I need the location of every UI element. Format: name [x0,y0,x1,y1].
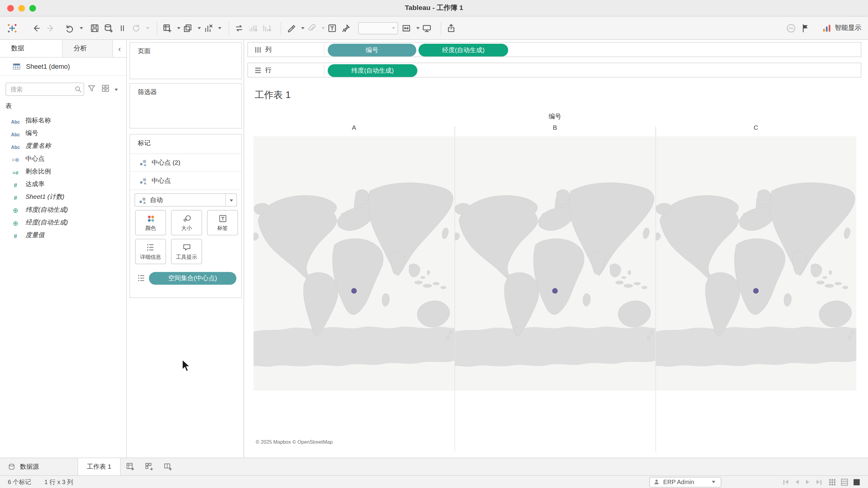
field-item[interactable]: 中心点 [0,152,126,165]
user-menu[interactable]: ERP Admin [649,477,721,487]
pages-shelf[interactable]: 页面 [130,42,242,79]
world-map[interactable] [455,136,655,391]
field-item[interactable]: 度量值 [0,229,126,241]
view-options-caret[interactable] [115,89,118,93]
user-icon [653,479,660,485]
grid-view-icon[interactable] [829,478,836,486]
highlight-icon[interactable] [286,20,296,36]
mark-type-icon [138,196,147,204]
step-back-icon[interactable] [795,480,799,484]
pill-field[interactable]: 编号 [328,44,416,56]
color-button[interactable]: 颜色 [135,210,166,235]
datasource-icon [12,62,21,71]
field-item[interactable]: 达成率 [0,178,126,191]
sheet-tab-active[interactable]: 工作表 1 [78,458,121,475]
collapse-pane-icon[interactable] [113,40,126,57]
new-dashboard-tab-button[interactable] [140,458,158,475]
swap-rows-columns-icon[interactable] [234,20,244,36]
share-icon[interactable] [446,20,456,36]
flag-icon[interactable] [801,20,810,36]
new-worksheet-icon[interactable] [162,20,172,36]
marks-layer-row[interactable]: 中心点 [130,172,241,190]
pause-updates-icon[interactable] [117,20,127,36]
fit-width-icon[interactable] [401,20,411,36]
text-label-icon[interactable] [327,20,337,36]
view-options-icon[interactable] [101,84,110,93]
rows-shelf[interactable]: 行 纬度(自动生成) [247,63,861,78]
show-me-button[interactable]: 智能显示 [822,23,861,33]
map-panel[interactable] [253,136,455,391]
mark-type-dropdown[interactable]: 自动 [134,193,237,207]
tooltip-button[interactable]: 工具提示 [171,239,202,264]
field-item[interactable]: 经度(自动生成) [0,216,126,229]
fit-selector[interactable] [358,22,398,34]
window-title: Tableau - 工作簿 1 [405,3,463,13]
field-item[interactable]: 纬度(自动生成) [0,203,126,216]
data-pane: 数据 分析 Sheet1 (demo) [0,40,127,458]
refresh-menu-caret [146,27,150,31]
duplicate-sheet-icon[interactable] [183,20,193,36]
highlight-menu-caret[interactable] [301,27,304,31]
panel-header: C [655,124,857,131]
datasource-tab[interactable]: 数据源 [0,458,78,475]
spatial-collection-pill[interactable]: 空间集合(中心点) [149,272,236,285]
field-item[interactable]: Sheet1 (计数) [0,191,126,203]
columns-shelf[interactable]: 列 编号 经度(自动生成) [247,42,861,57]
filters-shelf[interactable]: 筛选器 [130,83,242,129]
back-icon[interactable] [32,20,41,36]
undo-menu-caret[interactable] [80,27,83,31]
label-button[interactable]: 标签 [207,210,238,235]
toolbar: 智能显示 [0,17,868,40]
world-map[interactable] [655,136,857,391]
undo-icon[interactable] [65,20,75,36]
pill-field[interactable]: 纬度(自动生成) [328,64,417,77]
skip-to-end-icon[interactable] [816,480,822,485]
datasource-row[interactable]: Sheet1 (demo) [0,58,126,76]
fit-menu-caret[interactable] [416,27,420,31]
tab-analytics[interactable]: 分析 [63,40,113,57]
show-me-label: 智能显示 [835,23,861,33]
search-input[interactable] [5,83,84,96]
tab-data[interactable]: 数据 [0,40,63,57]
world-map[interactable] [253,136,455,391]
rows-icon [255,67,261,73]
new-datasource-icon[interactable] [103,20,113,36]
marks-count: 6 个标记 [8,478,31,486]
datasource-tab-icon [8,463,16,471]
clear-sheet-icon[interactable] [203,20,213,36]
field-item[interactable]: 度量名称 [0,140,126,152]
sheet-view-icon[interactable] [853,478,860,486]
new-story-tab-button[interactable] [158,458,177,475]
columns-icon [255,47,261,52]
map-panel[interactable] [455,136,655,391]
pill-field[interactable]: 经度(自动生成) [418,44,508,56]
step-forward-icon[interactable] [806,480,809,484]
size-button[interactable]: 大小 [171,210,202,235]
zoom-window-button[interactable] [29,5,36,12]
clear-menu-caret[interactable] [218,27,221,31]
minimize-window-button[interactable] [19,5,25,12]
mark-type-caret[interactable] [225,194,237,206]
filter-fields-icon[interactable] [87,84,96,93]
detail-button[interactable]: 详细信息 [135,239,166,264]
filmstrip-view-icon[interactable] [841,478,848,486]
skip-to-start-icon[interactable] [783,480,788,485]
fix-axes-icon[interactable] [341,20,351,36]
group-menu-caret [321,27,325,31]
new-worksheet-tab-button[interactable] [121,458,140,475]
field-item[interactable]: 编号 [0,127,126,140]
string-field-icon [8,141,23,151]
marks-layer-row[interactable]: 中心点 (2) [130,153,241,172]
map-panel[interactable] [655,136,857,391]
presentation-mode-icon[interactable] [422,20,432,36]
color-icon [146,213,155,223]
marks-card-label: 标记 [138,139,150,147]
field-item[interactable]: 指标名称 [0,114,126,127]
save-icon[interactable] [90,20,100,36]
field-item[interactable]: 剩余比例 [0,165,126,178]
close-window-button[interactable] [7,5,14,12]
duplicate-menu-caret[interactable] [198,27,201,31]
new-sheet-menu-caret[interactable] [177,27,181,31]
status-bar: 6 个标记 1 行 x 3 列 ERP Admin [0,475,868,488]
tableau-logo-icon[interactable] [7,20,18,36]
